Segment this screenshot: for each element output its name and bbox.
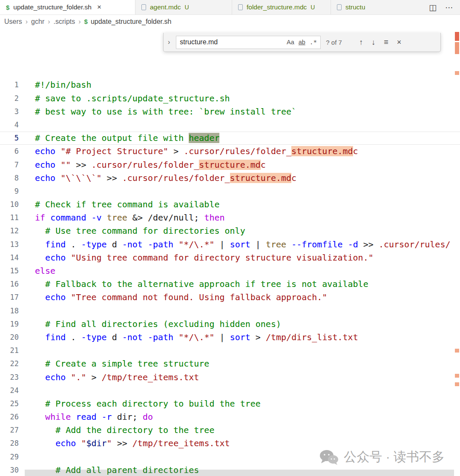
code-line[interactable]: 18 — [0, 304, 460, 318]
close-tab-icon[interactable]: × — [97, 3, 101, 11]
code-token: -not — [122, 332, 143, 342]
code-token: "." — [71, 372, 86, 382]
code-line[interactable]: 22 # Create a simple tree structure — [0, 357, 460, 370]
code-token: $dir — [86, 438, 106, 448]
code-token: echo — [45, 292, 66, 302]
code-token: # Add the directory to the tree — [55, 425, 214, 435]
line-number: 28 — [0, 437, 19, 450]
line-number: 14 — [0, 251, 19, 264]
code-token: tree — [266, 239, 286, 249]
tab-agent-mdc[interactable]: agent.mdc U — [135, 0, 232, 14]
code-line[interactable]: 13 find . -type d -not -path "*/\.*" | s… — [0, 238, 460, 251]
editor[interactable]: 1#!/bin/bash2# save to .scripts/update_s… — [0, 28, 460, 476]
split-editor-icon[interactable]: ◫ — [429, 3, 437, 12]
more-actions-icon[interactable]: ⋯ — [445, 3, 453, 12]
code-line[interactable]: 8echo "\`\`\`" >> .cursor/rules/folder_s… — [0, 172, 460, 185]
horizontal-scrollbar[interactable] — [25, 470, 454, 476]
previous-match-icon[interactable]: ↑ — [357, 38, 365, 47]
breadcrumb-item-users[interactable]: Users — [4, 18, 22, 26]
code-line[interactable]: 20 find . -type d -not -path "*/\.*" | s… — [0, 331, 460, 344]
code-token: find — [45, 239, 66, 249]
code-token: find — [45, 332, 66, 342]
code-line[interactable]: 10# Check if tree command is available — [0, 198, 460, 211]
breadcrumb-item-file[interactable]: $ update_structure_folder.sh — [84, 18, 172, 26]
code-line[interactable]: 17 echo "Tree command not found. Using f… — [0, 291, 460, 304]
breadcrumb-separator: › — [26, 18, 28, 26]
breadcrumb-item-scripts[interactable]: .scripts — [54, 18, 75, 26]
code-text: find . -type d -not -path "*/\.*" | sort… — [35, 238, 450, 251]
code-token: # Create the output file with — [35, 133, 189, 143]
code-token: # Check if tree command is available — [35, 199, 219, 209]
code-token: >> — [71, 160, 91, 170]
tab-update-structure-folder[interactable]: $ update_structure_folder.sh × — [0, 0, 135, 14]
code-token: tree — [107, 212, 127, 223]
code-line[interactable]: 9 — [0, 185, 460, 198]
code-token: d — [107, 239, 122, 249]
code-token: c — [353, 146, 358, 156]
code-token: # Fallback to the alternative approach i… — [45, 279, 368, 289]
code-token: &> /dev/null; — [127, 212, 204, 223]
code-token: >> — [358, 239, 379, 249]
code-line[interactable]: 16 # Fallback to the alternative approac… — [0, 278, 460, 291]
code-text: # Check if tree command is available — [35, 198, 219, 211]
line-number: 23 — [0, 371, 19, 384]
code-line[interactable]: 21 — [0, 344, 460, 357]
breadcrumb-file-label: update_structure_folder.sh — [91, 18, 171, 26]
code-line[interactable]: 1#!/bin/bash — [0, 78, 460, 92]
code-token — [55, 146, 60, 156]
code-line[interactable]: 5# Create the output file with header — [0, 132, 460, 145]
code-text: echo "# Project Structure" > .cursor/rul… — [35, 145, 358, 158]
code-token: echo — [45, 372, 66, 382]
regex-icon[interactable]: .* — [310, 39, 317, 46]
code-token: -path — [148, 332, 173, 342]
whole-word-icon[interactable]: ab — [299, 39, 305, 46]
close-find-icon[interactable]: × — [395, 38, 403, 47]
tab-bar: $ update_structure_folder.sh × agent.mdc… — [0, 0, 460, 15]
code-line[interactable]: 11if command -v tree &> /dev/null; then — [0, 211, 460, 224]
breadcrumb-separator: › — [48, 18, 50, 26]
code-line[interactable]: 25 # Process each directory to build the… — [0, 397, 460, 410]
code-line[interactable]: 19 # Find all directories (excluding hid… — [0, 318, 460, 331]
code-line[interactable]: 7echo "" >> .cursor/rules/folder_structu… — [0, 158, 460, 172]
line-number: 8 — [0, 172, 19, 185]
code-token — [143, 332, 148, 342]
find-query: structure.md — [180, 38, 282, 46]
tab-folder-structure-mdc[interactable]: folder_structure.mdc U — [232, 0, 331, 14]
find-in-selection-icon[interactable]: ≡ — [382, 38, 390, 47]
find-input[interactable]: structure.md Aa ab .* — [176, 36, 321, 49]
code-text: # Find all directories (excluding hidden… — [35, 318, 281, 331]
match-case-icon[interactable]: Aa — [287, 39, 294, 46]
code-text: echo "Using tree command for directory s… — [35, 251, 374, 264]
code-line[interactable]: 15else — [0, 264, 460, 278]
code-token: .cursor/rules/folder_ — [91, 160, 199, 170]
code-line[interactable]: 3# best way to use is with tree: `brew i… — [0, 105, 460, 118]
code-line[interactable]: 4 — [0, 118, 460, 132]
code-line[interactable]: 2# save to .scripts/update_structure.sh — [0, 92, 460, 105]
code-token: # Use tree command for directories only — [45, 226, 245, 236]
code-line[interactable]: 27 # Add the directory to the tree — [0, 424, 460, 437]
code-text: # Create the output file with header — [35, 132, 219, 145]
shellscript-icon: $ — [6, 4, 9, 11]
code-token — [35, 226, 45, 236]
code-line[interactable]: 14 echo "Using tree command for director… — [0, 251, 460, 264]
overview-ruler[interactable] — [454, 28, 460, 476]
code-text: # Create a simple tree structure — [35, 357, 209, 370]
code-token — [45, 212, 50, 223]
code-line[interactable]: 6echo "# Project Structure" > .cursor/ru… — [0, 145, 460, 158]
code-line[interactable]: 26 while read -r dir; do — [0, 410, 460, 424]
line-number: 30 — [0, 464, 19, 476]
code-text: echo "" >> .cursor/rules/folder_structur… — [35, 158, 266, 172]
code-line[interactable]: 23 echo "." > /tmp/tree_items.txt — [0, 371, 460, 384]
toggle-replace-icon[interactable]: › — [167, 38, 171, 46]
code-token: # Create a simple tree structure — [45, 358, 209, 369]
code-text: # Add the directory to the tree — [35, 424, 214, 437]
next-match-icon[interactable]: ↓ — [370, 38, 377, 47]
code-line[interactable]: 12 # Use tree command for directories on… — [0, 224, 460, 238]
tab-structure[interactable]: structu — [331, 0, 379, 14]
code-token: else — [35, 266, 55, 276]
git-untracked-badge: U — [184, 4, 189, 11]
code-line[interactable]: 24 — [0, 384, 460, 397]
code-token: /tmp/tree_items.txt — [132, 438, 230, 448]
code-text: find . -type d -not -path "*/\.*" | sort… — [35, 331, 358, 344]
breadcrumb-item-gchr[interactable]: gchr — [31, 18, 44, 26]
